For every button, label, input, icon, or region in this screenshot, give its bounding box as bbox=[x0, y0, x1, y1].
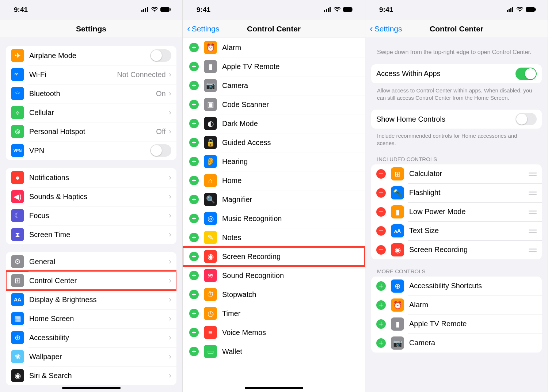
more-row-appletv[interactable]: ▮Apple TV Remote bbox=[371, 315, 542, 334]
access-within-apps-row[interactable]: Access Within Apps bbox=[371, 64, 542, 83]
settings-row-screentime[interactable]: ⧗Screen Time› bbox=[6, 225, 176, 244]
drag-handle[interactable] bbox=[529, 172, 537, 176]
add-button[interactable] bbox=[376, 338, 386, 348]
home-indicator[interactable] bbox=[245, 387, 303, 389]
add-button[interactable] bbox=[376, 300, 386, 310]
access-toggle[interactable] bbox=[515, 68, 537, 80]
add-button[interactable] bbox=[189, 62, 199, 71]
settings-row-controlcenter[interactable]: ⊞Control Center› bbox=[6, 271, 176, 290]
add-button[interactable] bbox=[189, 100, 199, 109]
remove-button[interactable] bbox=[376, 188, 386, 198]
add-button[interactable] bbox=[376, 319, 386, 329]
drag-handle[interactable] bbox=[529, 248, 537, 252]
add-button[interactable] bbox=[189, 233, 199, 242]
drag-handle[interactable] bbox=[529, 210, 537, 214]
control-row-alarm[interactable]: ⏰Alarm bbox=[183, 38, 365, 57]
row-label: Control Center bbox=[29, 277, 169, 285]
control-row-wallet[interactable]: ▭Wallet bbox=[183, 342, 365, 361]
more-header: MORE CONTROLS bbox=[377, 268, 536, 274]
control-row-home[interactable]: ⌂Home bbox=[183, 171, 365, 190]
control-row-darkmode[interactable]: ◐Dark Mode bbox=[183, 114, 365, 133]
control-center-content[interactable]: Swipe down from the top-right edge to op… bbox=[365, 38, 548, 392]
add-button[interactable] bbox=[189, 176, 199, 185]
back-button[interactable]: ‹ Settings bbox=[187, 23, 220, 34]
add-button[interactable] bbox=[189, 328, 199, 337]
settings-row-display[interactable]: AADisplay & Brightness› bbox=[6, 290, 176, 309]
add-button[interactable] bbox=[189, 119, 199, 128]
add-button[interactable] bbox=[189, 214, 199, 223]
svg-rect-11 bbox=[353, 8, 353, 11]
settings-row-vpn[interactable]: VPNVPN bbox=[6, 141, 176, 160]
more-row-alarm[interactable]: ⏰Alarm bbox=[371, 296, 542, 315]
control-row-stopwatch[interactable]: ⏱Stopwatch bbox=[183, 285, 365, 304]
add-button[interactable] bbox=[189, 138, 199, 147]
control-row-hearing[interactable]: 👂Hearing bbox=[183, 152, 365, 171]
home-controls-toggle[interactable] bbox=[515, 113, 537, 125]
row-label: Camera bbox=[222, 81, 360, 90]
remove-button[interactable] bbox=[376, 169, 386, 179]
settings-row-siri[interactable]: ◉Siri & Search› bbox=[6, 366, 176, 385]
settings-row-accessibility[interactable]: ⊕Accessibility› bbox=[6, 328, 176, 347]
remove-button[interactable] bbox=[376, 207, 386, 217]
back-button[interactable]: ‹ Settings bbox=[370, 23, 402, 34]
control-row-soundrec[interactable]: ≋Sound Recognition bbox=[183, 266, 365, 285]
remove-button[interactable] bbox=[376, 245, 386, 255]
add-button[interactable] bbox=[189, 81, 199, 90]
control-row-music[interactable]: ◎Music Recognition bbox=[183, 209, 365, 228]
svg-rect-37 bbox=[192, 275, 196, 276]
control-row-notes[interactable]: ✎Notes bbox=[183, 228, 365, 247]
svg-rect-25 bbox=[192, 161, 196, 162]
add-button[interactable] bbox=[189, 252, 199, 261]
add-button[interactable] bbox=[376, 281, 386, 291]
settings-row-wallpaper[interactable]: ❀Wallpaper› bbox=[6, 347, 176, 366]
settings-row-focus[interactable]: ☾Focus› bbox=[6, 206, 176, 225]
battery-icon bbox=[343, 6, 354, 14]
control-row-timer[interactable]: ◷Timer bbox=[183, 304, 365, 323]
add-button[interactable] bbox=[189, 309, 199, 318]
settings-row-sounds[interactable]: ◀)Sounds & Haptics› bbox=[6, 187, 176, 206]
settings-row-general[interactable]: ⚙General› bbox=[6, 252, 176, 271]
settings-row-notifications[interactable]: ●Notifications› bbox=[6, 168, 176, 187]
homescreen-icon: ▦ bbox=[11, 312, 24, 325]
add-button[interactable] bbox=[189, 271, 199, 280]
control-row-camera[interactable]: 📷Camera bbox=[183, 76, 365, 95]
control-row-magnifier[interactable]: 🔍Magnifier bbox=[183, 190, 365, 209]
add-button[interactable] bbox=[189, 43, 199, 52]
svg-rect-15 bbox=[192, 66, 196, 67]
included-row-textsize[interactable]: ᴀAText Size bbox=[371, 221, 542, 240]
included-row-calculator[interactable]: ⊞Calculator bbox=[371, 164, 542, 183]
vpn-toggle[interactable] bbox=[150, 144, 171, 157]
svg-rect-6 bbox=[324, 10, 325, 12]
add-button[interactable] bbox=[189, 347, 199, 356]
svg-rect-2 bbox=[145, 8, 146, 12]
included-row-lowpower[interactable]: ▮Low Power Mode bbox=[371, 202, 542, 221]
remove-button[interactable] bbox=[376, 226, 386, 236]
control-row-guided[interactable]: 🔒Guided Access bbox=[183, 133, 365, 152]
control-row-appletv[interactable]: ▮Apple TV Remote bbox=[183, 57, 365, 76]
control-row-voicememos[interactable]: ≡Voice Memos bbox=[183, 323, 365, 342]
settings-row-bluetooth[interactable]: ⌔BluetoothOn› bbox=[6, 84, 176, 103]
add-button[interactable] bbox=[189, 195, 199, 204]
settings-row-wifi[interactable]: ᯤWi-FiNot Connected› bbox=[6, 65, 176, 84]
settings-content[interactable]: ✈Airplane ModeᯤWi-FiNot Connected›⌔Bluet… bbox=[0, 38, 182, 392]
more-row-a11yshortcuts[interactable]: ⊕Accessibility Shortcuts bbox=[371, 277, 542, 296]
settings-row-hotspot[interactable]: ⊚Personal HotspotOff› bbox=[6, 122, 176, 141]
more-row-camera[interactable]: 📷Camera bbox=[371, 334, 542, 353]
home-indicator[interactable] bbox=[62, 387, 121, 389]
control-center-list[interactable]: ⏰Alarm▮Apple TV Remote📷Camera▣Code Scann… bbox=[183, 38, 365, 392]
add-button[interactable] bbox=[189, 157, 199, 166]
settings-row-homescreen[interactable]: ▦Home Screen› bbox=[6, 309, 176, 328]
settings-row-airplane[interactable]: ✈Airplane Mode bbox=[6, 46, 176, 65]
drag-handle[interactable] bbox=[529, 191, 537, 195]
control-row-screenrec[interactable]: ◉Screen Recording bbox=[183, 247, 365, 266]
show-home-controls-row[interactable]: Show Home Controls bbox=[371, 110, 542, 129]
included-row-flashlight[interactable]: 🔦Flashlight bbox=[371, 183, 542, 202]
add-button[interactable] bbox=[189, 290, 199, 299]
drag-handle[interactable] bbox=[529, 229, 537, 233]
chevron-left-icon: ‹ bbox=[187, 23, 190, 34]
back-label: Settings bbox=[374, 24, 402, 33]
control-row-codescanner[interactable]: ▣Code Scanner bbox=[183, 95, 365, 114]
airplane-toggle[interactable] bbox=[150, 49, 171, 62]
included-row-screenrec[interactable]: ◉Screen Recording bbox=[371, 240, 542, 259]
settings-row-cellular[interactable]: ⟐Cellular› bbox=[6, 103, 176, 122]
